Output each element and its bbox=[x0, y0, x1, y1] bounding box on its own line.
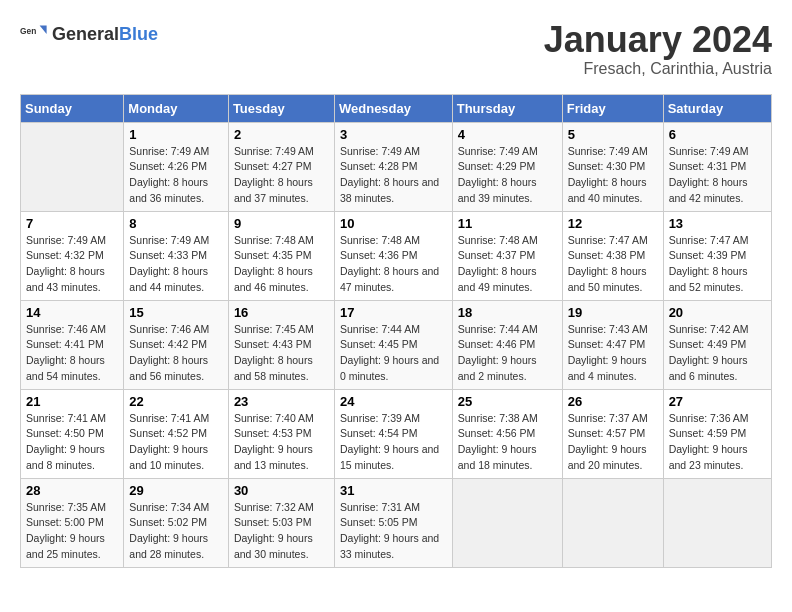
calendar-cell: 15 Sunrise: 7:46 AMSunset: 4:42 PMDaylig… bbox=[124, 300, 229, 389]
day-number: 28 bbox=[26, 483, 118, 498]
day-info: Sunrise: 7:49 AMSunset: 4:29 PMDaylight:… bbox=[458, 144, 557, 207]
day-number: 6 bbox=[669, 127, 766, 142]
logo: Gen GeneralBlue bbox=[20, 20, 158, 48]
day-number: 25 bbox=[458, 394, 557, 409]
day-info: Sunrise: 7:35 AMSunset: 5:00 PMDaylight:… bbox=[26, 500, 118, 563]
calendar-week-row: 14 Sunrise: 7:46 AMSunset: 4:41 PMDaylig… bbox=[21, 300, 772, 389]
day-number: 19 bbox=[568, 305, 658, 320]
day-info: Sunrise: 7:46 AMSunset: 4:41 PMDaylight:… bbox=[26, 322, 118, 385]
calendar-cell: 20 Sunrise: 7:42 AMSunset: 4:49 PMDaylig… bbox=[663, 300, 771, 389]
day-number: 17 bbox=[340, 305, 447, 320]
day-number: 5 bbox=[568, 127, 658, 142]
day-number: 3 bbox=[340, 127, 447, 142]
calendar-cell: 26 Sunrise: 7:37 AMSunset: 4:57 PMDaylig… bbox=[562, 389, 663, 478]
day-info: Sunrise: 7:49 AMSunset: 4:31 PMDaylight:… bbox=[669, 144, 766, 207]
calendar-cell: 17 Sunrise: 7:44 AMSunset: 4:45 PMDaylig… bbox=[334, 300, 452, 389]
header-day-saturday: Saturday bbox=[663, 94, 771, 122]
title-block: January 2024 Fresach, Carinthia, Austria bbox=[544, 20, 772, 78]
calendar-cell: 18 Sunrise: 7:44 AMSunset: 4:46 PMDaylig… bbox=[452, 300, 562, 389]
calendar-cell: 2 Sunrise: 7:49 AMSunset: 4:27 PMDayligh… bbox=[228, 122, 334, 211]
calendar-cell: 1 Sunrise: 7:49 AMSunset: 4:26 PMDayligh… bbox=[124, 122, 229, 211]
day-number: 26 bbox=[568, 394, 658, 409]
logo-icon: Gen bbox=[20, 20, 48, 48]
page-header: Gen GeneralBlue January 2024 Fresach, Ca… bbox=[20, 20, 772, 78]
header-day-monday: Monday bbox=[124, 94, 229, 122]
calendar-week-row: 21 Sunrise: 7:41 AMSunset: 4:50 PMDaylig… bbox=[21, 389, 772, 478]
day-info: Sunrise: 7:41 AMSunset: 4:50 PMDaylight:… bbox=[26, 411, 118, 474]
day-number: 21 bbox=[26, 394, 118, 409]
day-number: 27 bbox=[669, 394, 766, 409]
day-info: Sunrise: 7:46 AMSunset: 4:42 PMDaylight:… bbox=[129, 322, 223, 385]
day-number: 10 bbox=[340, 216, 447, 231]
header-day-sunday: Sunday bbox=[21, 94, 124, 122]
day-number: 16 bbox=[234, 305, 329, 320]
logo-text-general: General bbox=[52, 24, 119, 44]
day-info: Sunrise: 7:32 AMSunset: 5:03 PMDaylight:… bbox=[234, 500, 329, 563]
header-day-tuesday: Tuesday bbox=[228, 94, 334, 122]
day-info: Sunrise: 7:31 AMSunset: 5:05 PMDaylight:… bbox=[340, 500, 447, 563]
calendar-cell bbox=[452, 478, 562, 567]
logo-text-blue: Blue bbox=[119, 24, 158, 44]
calendar-table: SundayMondayTuesdayWednesdayThursdayFrid… bbox=[20, 94, 772, 568]
calendar-cell bbox=[21, 122, 124, 211]
day-info: Sunrise: 7:49 AMSunset: 4:27 PMDaylight:… bbox=[234, 144, 329, 207]
calendar-cell: 11 Sunrise: 7:48 AMSunset: 4:37 PMDaylig… bbox=[452, 211, 562, 300]
day-number: 14 bbox=[26, 305, 118, 320]
day-info: Sunrise: 7:36 AMSunset: 4:59 PMDaylight:… bbox=[669, 411, 766, 474]
day-info: Sunrise: 7:49 AMSunset: 4:28 PMDaylight:… bbox=[340, 144, 447, 207]
day-info: Sunrise: 7:40 AMSunset: 4:53 PMDaylight:… bbox=[234, 411, 329, 474]
calendar-header-row: SundayMondayTuesdayWednesdayThursdayFrid… bbox=[21, 94, 772, 122]
calendar-cell: 23 Sunrise: 7:40 AMSunset: 4:53 PMDaylig… bbox=[228, 389, 334, 478]
svg-text:Gen: Gen bbox=[20, 26, 36, 36]
day-info: Sunrise: 7:45 AMSunset: 4:43 PMDaylight:… bbox=[234, 322, 329, 385]
day-number: 1 bbox=[129, 127, 223, 142]
day-info: Sunrise: 7:49 AMSunset: 4:32 PMDaylight:… bbox=[26, 233, 118, 296]
day-info: Sunrise: 7:34 AMSunset: 5:02 PMDaylight:… bbox=[129, 500, 223, 563]
calendar-cell: 31 Sunrise: 7:31 AMSunset: 5:05 PMDaylig… bbox=[334, 478, 452, 567]
day-number: 9 bbox=[234, 216, 329, 231]
header-day-wednesday: Wednesday bbox=[334, 94, 452, 122]
calendar-cell: 24 Sunrise: 7:39 AMSunset: 4:54 PMDaylig… bbox=[334, 389, 452, 478]
day-number: 2 bbox=[234, 127, 329, 142]
day-info: Sunrise: 7:49 AMSunset: 4:33 PMDaylight:… bbox=[129, 233, 223, 296]
calendar-cell bbox=[663, 478, 771, 567]
calendar-cell: 5 Sunrise: 7:49 AMSunset: 4:30 PMDayligh… bbox=[562, 122, 663, 211]
day-info: Sunrise: 7:42 AMSunset: 4:49 PMDaylight:… bbox=[669, 322, 766, 385]
calendar-cell: 16 Sunrise: 7:45 AMSunset: 4:43 PMDaylig… bbox=[228, 300, 334, 389]
header-day-thursday: Thursday bbox=[452, 94, 562, 122]
calendar-cell: 9 Sunrise: 7:48 AMSunset: 4:35 PMDayligh… bbox=[228, 211, 334, 300]
calendar-cell: 3 Sunrise: 7:49 AMSunset: 4:28 PMDayligh… bbox=[334, 122, 452, 211]
calendar-cell: 13 Sunrise: 7:47 AMSunset: 4:39 PMDaylig… bbox=[663, 211, 771, 300]
calendar-cell: 28 Sunrise: 7:35 AMSunset: 5:00 PMDaylig… bbox=[21, 478, 124, 567]
day-number: 30 bbox=[234, 483, 329, 498]
page-title: January 2024 bbox=[544, 20, 772, 60]
calendar-cell: 4 Sunrise: 7:49 AMSunset: 4:29 PMDayligh… bbox=[452, 122, 562, 211]
day-number: 12 bbox=[568, 216, 658, 231]
day-number: 11 bbox=[458, 216, 557, 231]
day-number: 13 bbox=[669, 216, 766, 231]
day-number: 15 bbox=[129, 305, 223, 320]
calendar-cell: 21 Sunrise: 7:41 AMSunset: 4:50 PMDaylig… bbox=[21, 389, 124, 478]
day-info: Sunrise: 7:49 AMSunset: 4:30 PMDaylight:… bbox=[568, 144, 658, 207]
day-number: 24 bbox=[340, 394, 447, 409]
calendar-cell bbox=[562, 478, 663, 567]
calendar-cell: 29 Sunrise: 7:34 AMSunset: 5:02 PMDaylig… bbox=[124, 478, 229, 567]
day-info: Sunrise: 7:48 AMSunset: 4:37 PMDaylight:… bbox=[458, 233, 557, 296]
day-number: 23 bbox=[234, 394, 329, 409]
day-info: Sunrise: 7:41 AMSunset: 4:52 PMDaylight:… bbox=[129, 411, 223, 474]
calendar-cell: 25 Sunrise: 7:38 AMSunset: 4:56 PMDaylig… bbox=[452, 389, 562, 478]
calendar-cell: 19 Sunrise: 7:43 AMSunset: 4:47 PMDaylig… bbox=[562, 300, 663, 389]
day-info: Sunrise: 7:43 AMSunset: 4:47 PMDaylight:… bbox=[568, 322, 658, 385]
header-day-friday: Friday bbox=[562, 94, 663, 122]
day-number: 7 bbox=[26, 216, 118, 231]
day-info: Sunrise: 7:44 AMSunset: 4:45 PMDaylight:… bbox=[340, 322, 447, 385]
calendar-week-row: 28 Sunrise: 7:35 AMSunset: 5:00 PMDaylig… bbox=[21, 478, 772, 567]
calendar-week-row: 7 Sunrise: 7:49 AMSunset: 4:32 PMDayligh… bbox=[21, 211, 772, 300]
day-number: 20 bbox=[669, 305, 766, 320]
day-number: 31 bbox=[340, 483, 447, 498]
calendar-cell: 14 Sunrise: 7:46 AMSunset: 4:41 PMDaylig… bbox=[21, 300, 124, 389]
day-info: Sunrise: 7:47 AMSunset: 4:39 PMDaylight:… bbox=[669, 233, 766, 296]
day-info: Sunrise: 7:44 AMSunset: 4:46 PMDaylight:… bbox=[458, 322, 557, 385]
calendar-cell: 6 Sunrise: 7:49 AMSunset: 4:31 PMDayligh… bbox=[663, 122, 771, 211]
day-info: Sunrise: 7:37 AMSunset: 4:57 PMDaylight:… bbox=[568, 411, 658, 474]
